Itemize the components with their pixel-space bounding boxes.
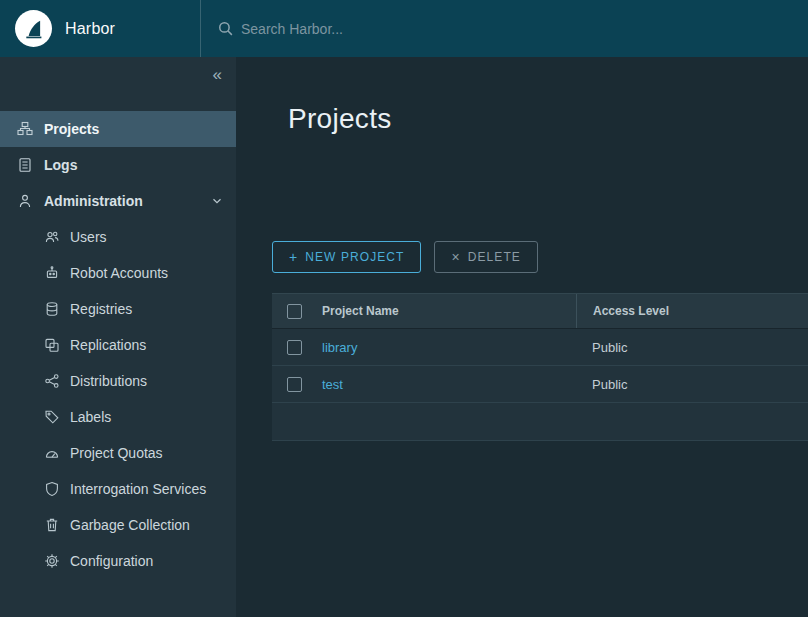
sidebar-item-label: Interrogation Services xyxy=(70,481,206,497)
sidebar-item-label: Garbage Collection xyxy=(70,517,190,533)
administration-icon xyxy=(17,193,33,209)
sidebar-item-robot-accounts[interactable]: Robot Accounts xyxy=(0,255,236,291)
column-header-access-level: Access Level xyxy=(576,294,808,328)
sidebar-item-configuration[interactable]: Configuration xyxy=(0,543,236,579)
plus-icon: + xyxy=(289,249,298,265)
distributions-icon xyxy=(44,373,60,389)
delete-button[interactable]: × Delete xyxy=(434,241,537,273)
sidebar-collapse-button[interactable]: « xyxy=(0,57,236,93)
sidebar-item-label: Replications xyxy=(70,337,146,353)
main-content: Projects + New Project × Delete Project … xyxy=(236,57,808,617)
sidebar-item-project-quotas[interactable]: Project Quotas xyxy=(0,435,236,471)
sidebar: « Projects Logs xyxy=(0,57,236,617)
new-project-button[interactable]: + New Project xyxy=(272,241,421,273)
projects-icon xyxy=(17,121,33,137)
sidebar-item-logs[interactable]: Logs xyxy=(0,147,236,183)
table-row: library Public xyxy=(272,329,808,366)
x-icon: × xyxy=(451,249,460,265)
sidebar-item-label: Labels xyxy=(70,409,111,425)
sidebar-item-label: Registries xyxy=(70,301,132,317)
header-search-area xyxy=(200,0,808,57)
labels-icon xyxy=(44,409,60,425)
sidebar-item-label: Logs xyxy=(44,157,77,173)
registries-icon xyxy=(44,301,60,317)
projects-table: Project Name Access Level library Public xyxy=(272,293,808,441)
robot-icon xyxy=(44,265,60,281)
trash-icon xyxy=(44,517,60,533)
sidebar-item-distributions[interactable]: Distributions xyxy=(0,363,236,399)
sidebar-item-replications[interactable]: Replications xyxy=(0,327,236,363)
column-header-project-name: Project Name xyxy=(316,304,576,318)
app-header: Harbor xyxy=(0,0,808,57)
users-icon xyxy=(44,229,60,245)
logs-icon xyxy=(17,157,33,173)
sidebar-item-label: Distributions xyxy=(70,373,147,389)
project-link[interactable]: library xyxy=(322,340,357,355)
sidebar-item-label: Administration xyxy=(44,193,143,209)
access-level-value: Public xyxy=(592,340,627,355)
shield-icon xyxy=(44,481,60,497)
sidebar-item-label: Users xyxy=(70,229,107,245)
sidebar-item-labels[interactable]: Labels xyxy=(0,399,236,435)
sidebar-item-label: Project Quotas xyxy=(70,445,163,461)
app-name: Harbor xyxy=(65,20,115,38)
sidebar-item-garbage-collection[interactable]: Garbage Collection xyxy=(0,507,236,543)
brand[interactable]: Harbor xyxy=(0,0,200,57)
sidebar-item-label: Projects xyxy=(44,121,99,137)
harbor-logo-icon xyxy=(15,10,52,47)
quotas-icon xyxy=(44,445,60,461)
sidebar-item-registries[interactable]: Registries xyxy=(0,291,236,327)
project-link[interactable]: test xyxy=(322,377,343,392)
sidebar-item-projects[interactable]: Projects xyxy=(0,111,236,147)
sidebar-item-users[interactable]: Users xyxy=(0,219,236,255)
sidebar-item-administration[interactable]: Administration xyxy=(0,183,236,219)
replications-icon xyxy=(44,337,60,353)
sidebar-item-label: Configuration xyxy=(70,553,153,569)
sidebar-item-label: Robot Accounts xyxy=(70,265,168,281)
table-row: test Public xyxy=(272,366,808,403)
row-checkbox[interactable] xyxy=(287,340,302,355)
collapse-icon: « xyxy=(213,65,222,85)
access-level-value: Public xyxy=(592,377,627,392)
row-checkbox[interactable] xyxy=(287,377,302,392)
table-footer xyxy=(272,403,808,441)
toolbar: + New Project × Delete xyxy=(272,241,808,273)
chevron-down-icon xyxy=(210,194,224,208)
select-all-checkbox[interactable] xyxy=(287,304,302,319)
gear-icon xyxy=(44,553,60,569)
sidebar-item-interrogation-services[interactable]: Interrogation Services xyxy=(0,471,236,507)
search-input[interactable] xyxy=(234,20,714,38)
page-title: Projects xyxy=(288,103,808,135)
search-icon xyxy=(217,20,234,37)
table-header-row: Project Name Access Level xyxy=(272,293,808,329)
